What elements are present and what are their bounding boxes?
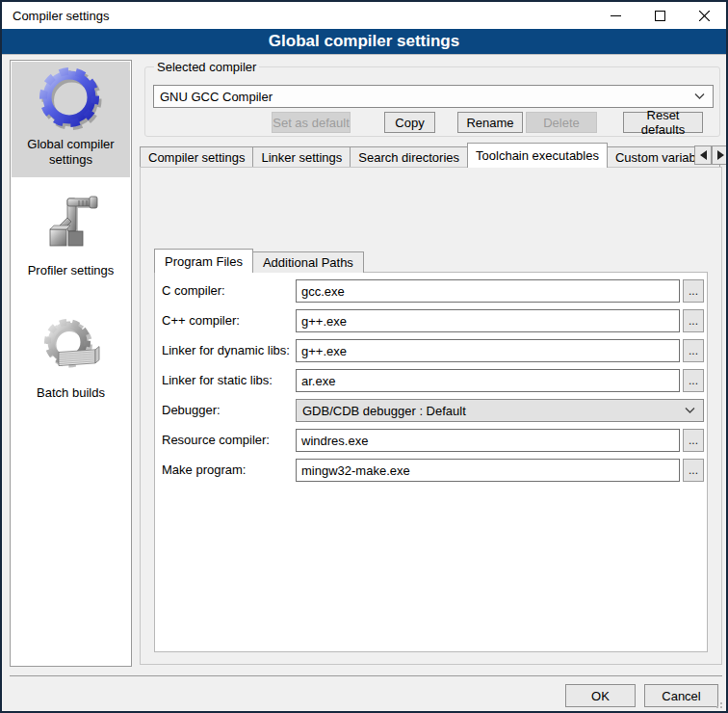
gray-gear-stack-icon: [38, 314, 105, 382]
chevron-down-icon: [694, 93, 705, 100]
settings-category-list: Global compiler settings: [10, 60, 132, 667]
footer-separator: [10, 675, 722, 676]
resource-compiler-input[interactable]: [296, 429, 680, 452]
sidebar-item-label: Profiler settings: [17, 259, 125, 288]
tab-scroll-right-button[interactable]: [712, 145, 728, 165]
tab-scroll-left-button[interactable]: [694, 145, 712, 165]
page-title: Global compiler settings: [269, 32, 459, 51]
c-compiler-browse-button[interactable]: ...: [683, 279, 704, 303]
set-as-default-button[interactable]: Set as default: [272, 112, 351, 133]
copy-button[interactable]: Copy: [384, 112, 435, 133]
sidebar-item-global-compiler-settings[interactable]: Global compiler settings: [12, 62, 130, 177]
cpp-compiler-input[interactable]: [296, 309, 680, 332]
arrow-right-icon: [717, 150, 724, 160]
debugger-label: Debugger:: [162, 399, 221, 422]
subtab-program-files[interactable]: Program Files: [154, 249, 253, 273]
caliper-icon: [38, 192, 105, 259]
compiler-select[interactable]: GNU GCC Compiler: [153, 85, 714, 108]
linker-dynamic-input[interactable]: [296, 339, 680, 362]
make-program-browse-button[interactable]: ...: [683, 459, 704, 482]
cpp-compiler-browse-button[interactable]: ...: [683, 309, 704, 332]
selected-compiler-group-label: Selected compiler: [154, 60, 259, 74]
tab-search-directories[interactable]: Search directories: [350, 146, 468, 168]
minimize-button[interactable]: [593, 2, 637, 29]
maximize-button[interactable]: [637, 2, 682, 29]
c-compiler-label: C compiler:: [162, 279, 225, 303]
sidebar-item-label: Batch builds: [17, 382, 125, 410]
sidebar-item-profiler-settings[interactable]: Profiler settings: [12, 178, 130, 288]
rename-button[interactable]: Rename: [457, 112, 523, 133]
delete-button[interactable]: Delete: [526, 112, 597, 133]
linker-static-input[interactable]: [296, 369, 680, 392]
tab-compiler-settings[interactable]: Compiler settings: [140, 146, 253, 168]
linker-dynamic-label: Linker for dynamic libs:: [162, 339, 290, 362]
compiler-select-value: GNU GCC Compiler: [160, 90, 273, 104]
resize-grip[interactable]: [713, 699, 722, 708]
reset-defaults-button[interactable]: Reset defaults: [623, 112, 703, 133]
chevron-down-icon: [685, 408, 695, 414]
cancel-button[interactable]: Cancel: [644, 684, 718, 707]
close-icon: [699, 11, 710, 21]
page-title-banner: Global compiler settings: [2, 29, 726, 55]
close-button[interactable]: [682, 2, 726, 29]
tab-toolchain-executables[interactable]: Toolchain executables: [467, 143, 608, 168]
maximize-icon: [655, 11, 665, 21]
resource-compiler-label: Resource compiler:: [162, 429, 270, 452]
c-compiler-input[interactable]: [296, 279, 680, 303]
make-program-label: Make program:: [162, 459, 246, 482]
debugger-select-value: GDB/CDB debugger : Default: [302, 404, 466, 418]
program-files-tabstrip: Program Files Additional Paths: [154, 249, 363, 273]
caption-buttons: [593, 2, 726, 29]
compiler-options-tabstrip: Compiler settings Linker settings Search…: [140, 143, 728, 168]
compiler-settings-dialog: Compiler settings Global compiler settin…: [0, 0, 728, 713]
blue-gear-icon: [38, 66, 105, 133]
make-program-input[interactable]: [296, 459, 680, 482]
arrow-left-icon: [700, 150, 707, 160]
tab-linker-settings[interactable]: Linker settings: [252, 146, 351, 168]
linker-static-browse-button[interactable]: ...: [683, 369, 704, 392]
debugger-select[interactable]: GDB/CDB debugger : Default: [296, 399, 704, 422]
sidebar-item-label: Global compiler settings: [17, 133, 125, 177]
ok-button[interactable]: OK: [565, 684, 636, 707]
resource-compiler-browse-button[interactable]: ...: [683, 429, 704, 452]
window-title: Compiler settings: [2, 9, 109, 23]
sidebar-item-batch-builds[interactable]: Batch builds: [12, 289, 130, 410]
minimize-icon: [611, 11, 621, 21]
cpp-compiler-label: C++ compiler:: [162, 309, 240, 332]
subtab-additional-paths[interactable]: Additional Paths: [252, 251, 364, 273]
linker-static-label: Linker for static libs:: [162, 369, 273, 392]
linker-dynamic-browse-button[interactable]: ...: [683, 339, 704, 362]
